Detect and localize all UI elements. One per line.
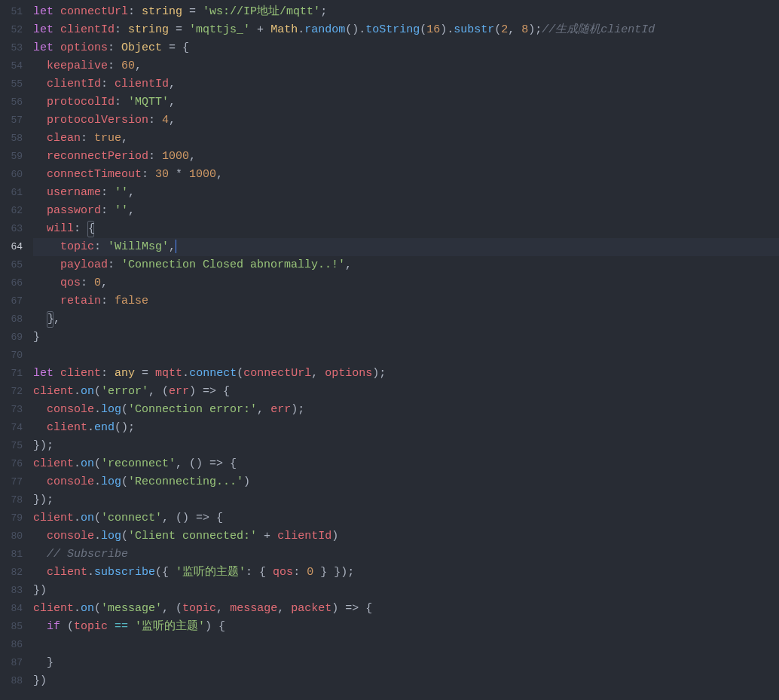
brace-close: } <box>47 311 53 328</box>
token-p: ) <box>243 475 250 488</box>
token-fn: log <box>101 403 121 416</box>
code-line[interactable]: let clientId: string = 'mqttjs_' + Math.… <box>33 21 779 39</box>
code-line[interactable]: client.on('connect', () => { <box>33 509 779 527</box>
code-line[interactable]: retain: false <box>33 292 779 310</box>
code-line[interactable]: }); <box>33 437 779 455</box>
token-arrow: ) => { <box>189 385 230 398</box>
code-line[interactable]: let client: any = mqtt.connect(connectUr… <box>33 365 779 383</box>
token-obj: client <box>47 421 87 434</box>
token-p: : { <box>246 566 273 579</box>
line-number: 51 <box>0 3 23 21</box>
token-colon: : <box>293 566 307 579</box>
token-colon: : <box>94 240 108 253</box>
token-fn: subscribe <box>94 566 155 579</box>
code-line[interactable] <box>33 636 779 654</box>
code-line[interactable]: protocolId: 'MQTT', <box>33 93 779 112</box>
code-line[interactable]: } <box>33 654 779 672</box>
token-str: '监听的主题' <box>176 566 246 579</box>
code-line[interactable]: // Subscribe <box>33 546 779 564</box>
token-colon: : <box>108 60 121 72</box>
code-line[interactable]: console.log('Connection error:', err); <box>33 401 779 419</box>
code-line[interactable]: }); <box>33 491 779 509</box>
code-line[interactable]: let connectUrl: string = 'ws://IP地址/mqtt… <box>33 3 779 21</box>
code-line[interactable]: clientId: clientId, <box>33 75 779 93</box>
line-number: 82 <box>0 564 23 582</box>
code-line[interactable]: client.subscribe({ '监听的主题': { qos: 0 } }… <box>33 564 779 582</box>
line-number: 75 <box>0 437 23 455</box>
line-number: 54 <box>0 57 23 75</box>
code-line[interactable]: console.log('Reconnecting...') <box>33 473 779 491</box>
token-arg: options <box>325 367 372 380</box>
token-var: will <box>47 222 74 235</box>
token-p: ); <box>372 367 386 380</box>
token-end: , <box>169 78 176 90</box>
code-line[interactable]: } <box>33 329 779 347</box>
line-number: 73 <box>0 401 23 419</box>
token-str: 'Reconnecting...' <box>128 475 243 488</box>
token-dot: . <box>74 385 81 398</box>
line-number: 78 <box>0 491 23 509</box>
token-obj: client <box>33 457 74 470</box>
code-line[interactable]: console.log('Client connected:' + client… <box>33 527 779 546</box>
code-editor[interactable]: 5152535455565758596061626364656667686970… <box>0 3 779 700</box>
code-line[interactable]: topic: 'WillMsg', <box>33 238 779 256</box>
token-fn: on <box>81 512 94 524</box>
line-number: 57 <box>0 112 23 130</box>
token-c2: , <box>277 602 291 615</box>
token-cmt: // Subscribe <box>47 548 128 561</box>
token-var: protocolVersion <box>47 114 148 127</box>
token-str: '监听的主题' <box>135 620 205 633</box>
token-num: 0 <box>307 566 313 579</box>
token-p: ( <box>494 23 501 36</box>
line-number: 72 <box>0 383 23 401</box>
code-line[interactable]: if (topic == '监听的主题') { <box>33 618 779 636</box>
code-line[interactable] <box>33 347 779 365</box>
token-obj: client <box>47 566 87 579</box>
token-val: clientId <box>115 78 169 90</box>
line-number: 59 <box>0 148 23 166</box>
code-line[interactable]: username: '', <box>33 184 779 202</box>
code-line[interactable]: keepalive: 60, <box>33 57 779 75</box>
code-line[interactable]: will: { <box>33 220 779 238</box>
token-colon: : <box>81 132 94 145</box>
token-fn: on <box>81 457 94 470</box>
code-line[interactable]: reconnectPeriod: 1000, <box>33 148 779 166</box>
token-var: client <box>60 367 101 380</box>
code-line[interactable]: clean: true, <box>33 130 779 148</box>
token-p: ). <box>440 23 454 36</box>
code-line[interactable]: }) <box>33 672 779 690</box>
line-number: 69 <box>0 329 23 347</box>
code-line[interactable]: client.on('error', (err) => { <box>33 383 779 401</box>
token-close: } <box>47 656 53 669</box>
code-line[interactable]: qos: 0, <box>33 274 779 292</box>
token-close: }); <box>33 494 53 506</box>
token-p: ) <box>331 530 338 543</box>
code-line[interactable]: client.on('reconnect', () => { <box>33 455 779 473</box>
token-fn: connect <box>189 367 237 380</box>
token-eq: = <box>182 5 203 18</box>
code-line[interactable]: client.on('message', (topic, message, pa… <box>33 600 779 618</box>
line-number: 52 <box>0 21 23 39</box>
token-arg: message <box>230 602 277 615</box>
code-line[interactable]: let options: Object = { <box>33 39 779 57</box>
code-line[interactable]: protocolVersion: 4, <box>33 112 779 130</box>
code-line[interactable]: password: '', <box>33 202 779 220</box>
line-number: 83 <box>0 582 23 600</box>
code-line[interactable]: }) <box>33 582 779 600</box>
code-line[interactable]: }, <box>33 310 779 329</box>
token-str: 'Connection Closed abnormally..!' <box>121 258 345 271</box>
token-p: ) { <box>205 620 225 633</box>
code-line[interactable]: client.end(); <box>33 419 779 437</box>
token-arrow: ) => { <box>331 602 372 615</box>
token-var: connectUrl <box>60 5 128 18</box>
token-type: string <box>128 23 169 36</box>
code-line[interactable]: connectTimeout: 30 * 1000, <box>33 166 779 184</box>
code-area[interactable]: let connectUrl: string = 'ws://IP地址/mqtt… <box>26 3 779 700</box>
token-p: ( <box>237 367 243 380</box>
token-arg: connectUrl <box>243 367 311 380</box>
token-var: password <box>47 204 101 217</box>
token-colon: : <box>81 277 94 289</box>
code-line[interactable]: payload: 'Connection Closed abnormally..… <box>33 256 779 274</box>
token-type: any <box>115 367 135 380</box>
token-eq: = <box>169 23 189 36</box>
